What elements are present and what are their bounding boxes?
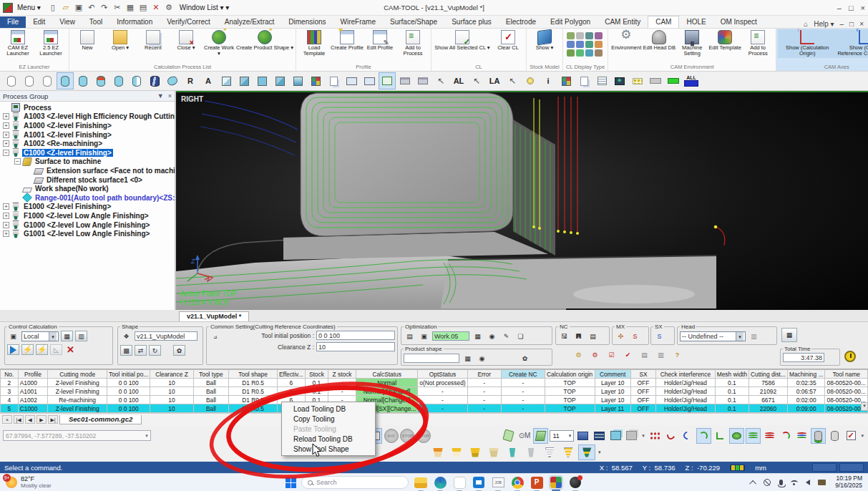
green-angle-path-icon[interactable] <box>713 428 728 444</box>
tree-item-g1000[interactable]: +G1000 <Z-level Low Angle Finishing> <box>0 220 175 230</box>
gray-cylinder-icon[interactable] <box>827 428 842 444</box>
cyan-cubes-icon[interactable] <box>608 428 623 444</box>
pointer-outline-icon[interactable]: ↖ <box>432 72 449 89</box>
funnel-caret[interactable]: ▾ <box>598 449 601 455</box>
maximize-button[interactable]: □ <box>849 4 854 12</box>
stop-calculation-button[interactable]: ✕ <box>64 344 77 355</box>
expand-toggle-icon[interactable]: − <box>14 158 21 165</box>
printer-icon[interactable] <box>396 72 414 89</box>
window-list-button[interactable]: Window List ▾ ▾ <box>180 4 230 11</box>
expand-toggle-icon[interactable]: + <box>3 132 9 138</box>
ribbon-button-create-product-shape[interactable]: Create Product Shape ▾ <box>235 29 294 52</box>
striped-folder-icon[interactable] <box>592 428 607 444</box>
blue-folder-icon[interactable] <box>575 428 590 444</box>
help-button[interactable]: Help ▾ <box>814 20 834 28</box>
ribbon-button-show[interactable]: Show ▾ <box>528 29 561 52</box>
stop-button-2[interactable]: STOP <box>416 428 431 444</box>
info-announce-icon[interactable]: i <box>540 72 557 89</box>
ribbon-button-create-profile[interactable]: Create Profile <box>331 29 364 52</box>
column-header-tool-type[interactable]: Tool type <box>193 370 229 379</box>
tree-item-g1001[interactable]: +G1001 <Z-level Low Angle Finishing> <box>0 229 175 238</box>
cylinder-view-outline-3-icon[interactable] <box>39 72 56 89</box>
arch-path-icon[interactable] <box>778 428 793 444</box>
cube-view-4-icon[interactable] <box>271 72 288 89</box>
tree-item-e1000[interactable]: +E1000 <Z-level Finishing> <box>0 203 175 212</box>
monitor-next-icon[interactable] <box>361 72 378 89</box>
save-icon[interactable]: ▣ <box>73 2 84 14</box>
calc-settings-button[interactable]: ▦ <box>61 331 73 341</box>
gray-cubes-icon[interactable] <box>625 428 640 444</box>
green-curve-path-icon[interactable] <box>696 428 711 444</box>
tool-cup-orange-icon[interactable] <box>429 444 447 460</box>
nc-output-button[interactable]: 🖫 <box>558 331 570 341</box>
tool-cup-yellow2-icon[interactable] <box>467 444 484 460</box>
taskbar-app-store[interactable] <box>472 475 486 490</box>
ribbon-button-machine-setting[interactable]: Machine Setting <box>676 29 708 58</box>
funnel-white-icon[interactable] <box>541 444 558 460</box>
blue-hook-path-icon[interactable] <box>680 428 695 444</box>
column-header-z-stock[interactable]: Z stock <box>328 370 356 379</box>
ribbon-button-load-template[interactable]: Load Template <box>298 29 331 58</box>
shape-refresh-button[interactable]: ↻ <box>149 345 161 356</box>
column-header-sx[interactable]: SX <box>630 370 655 379</box>
check-caret[interactable]: ▾ <box>861 433 864 439</box>
dots-mask-icon[interactable] <box>629 72 646 89</box>
column-header-no[interactable]: No. <box>1 370 19 379</box>
tab-electrode[interactable]: Electrode <box>499 16 543 28</box>
tree-item-different[interactable]: Different stock surface1 <0> <box>0 175 175 185</box>
copy-view-icon[interactable] <box>325 72 342 89</box>
tray-chevron-icon[interactable] <box>749 478 758 487</box>
highlight-bulbs-icon[interactable] <box>522 72 539 89</box>
taskbar-clock[interactable]: 10:19 PM 9/16/2025 <box>835 475 862 490</box>
table-row[interactable]: 2A1000Z-level Finishing0 0 10010BallD1 R… <box>1 379 868 387</box>
tab-verify-correct[interactable]: Verify/Correct <box>160 16 218 28</box>
optimization-work-field[interactable]: Work.05 <box>432 331 469 341</box>
table-row[interactable]: 3A1001Z-level Finishing0 0 10010BallD1 R… <box>1 387 868 396</box>
prev-sheet-button[interactable]: ◀ <box>25 415 35 424</box>
cylinder-view-half-icon[interactable] <box>128 72 145 89</box>
expand-toggle-icon[interactable]: + <box>3 230 9 237</box>
capture-image-icon[interactable] <box>307 72 324 89</box>
column-header-effectiv[interactable]: Effectiv... <box>277 370 305 379</box>
product-shape-tools-button[interactable]: ✿ <box>519 353 531 364</box>
color-grid-icon[interactable] <box>557 72 575 89</box>
list-transfer-icon[interactable] <box>593 72 610 89</box>
cylinder-view-solid-2-icon[interactable] <box>74 72 92 89</box>
tab-file[interactable]: File <box>0 16 26 28</box>
expand-toggle-icon[interactable]: + <box>3 122 9 129</box>
funnel-dark-icon[interactable] <box>578 444 595 460</box>
document-tab[interactable]: v21.1_VupModel * <box>179 311 249 321</box>
ribbon-button-clear-cl[interactable]: Clear CL <box>492 29 525 52</box>
optimization-icon-1[interactable]: ▤ <box>404 331 416 341</box>
tab-surface-plus[interactable]: Surface plus <box>444 16 499 28</box>
point-path-icon[interactable] <box>648 428 663 444</box>
tab-wireframe[interactable]: WireFrame <box>333 16 383 28</box>
tab-edit[interactable]: Edit <box>26 16 52 28</box>
tab-tool[interactable]: Tool <box>82 16 109 28</box>
mask-green-bar-icon[interactable] <box>665 72 682 89</box>
green-cylinder-icon[interactable] <box>811 428 826 444</box>
go-button[interactable]: GO! <box>384 428 399 444</box>
start-button[interactable] <box>286 477 296 488</box>
panel-close-icon[interactable]: × <box>168 92 172 99</box>
report-printer-icon[interactable]: ▤ <box>638 349 650 360</box>
column-header-cutting-mode[interactable]: Cutting mode <box>48 370 107 379</box>
tree-item-a1001[interactable]: +A1001 <Z-level Finishing> <box>0 130 175 140</box>
fast-calculation-all-button[interactable]: ⚡ <box>36 344 48 355</box>
optimization-copy-button[interactable]: ❏ <box>515 331 527 341</box>
viewport-3d[interactable]: Z RIGHT Active Plane TOP H 123.4 V 88.8 <box>176 91 868 310</box>
undo-icon[interactable]: ↶ <box>86 2 97 14</box>
mask-all-bar-icon[interactable]: ALL <box>683 72 700 89</box>
tray-mic-icon[interactable] <box>776 478 785 487</box>
tree-item-f1000[interactable]: +F1000 <Z-level Low Angle Finishing> <box>0 211 175 220</box>
column-header-cutting-dist[interactable]: Cutting dist... <box>749 370 788 379</box>
tree-root[interactable]: Process <box>0 103 175 112</box>
table-row[interactable]: 4A1002Re-machining0 0 10010BallD1 R0.560… <box>1 396 868 404</box>
taskbar-app-job[interactable]: JOB <box>491 475 505 490</box>
product-shape-eye-button[interactable]: ◉ <box>476 353 488 364</box>
tab-dimensions[interactable]: Dimensions <box>281 16 333 28</box>
cut-icon[interactable]: ✂ <box>112 2 123 14</box>
weather-widget[interactable]: 9+ 82°F Mostly clear <box>6 476 52 490</box>
tab-cam-entity[interactable]: CAM Entity <box>598 16 648 28</box>
ribbon-button-add-to-process[interactable]: Add to Process <box>396 29 429 58</box>
